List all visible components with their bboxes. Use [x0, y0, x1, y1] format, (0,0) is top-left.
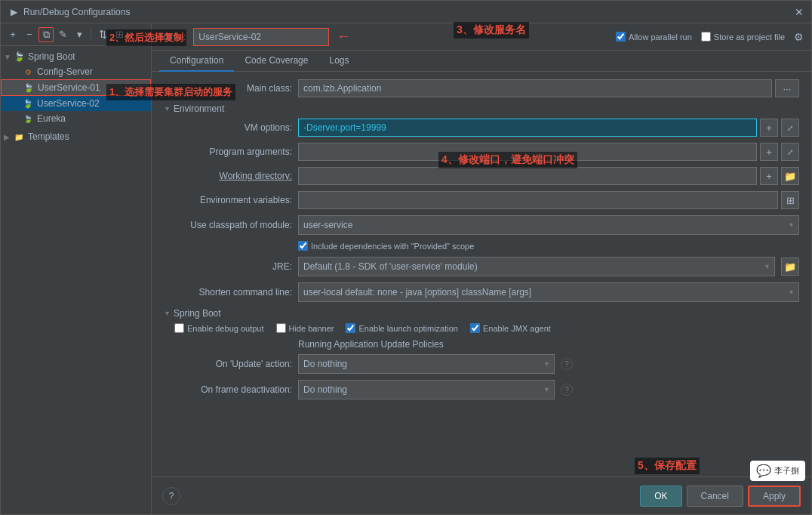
- program-args-label: Program arguments:: [164, 146, 292, 157]
- env-section-arrow: ▼: [164, 105, 171, 113]
- name-label: Name:: [159, 32, 186, 42]
- remove-config-button[interactable]: −: [22, 27, 37, 42]
- enable-jmx-checkbox[interactable]: [470, 323, 480, 333]
- env-vars-browse-button[interactable]: ⊞: [781, 191, 799, 209]
- enable-jmx-wrap: Enable JMX agent: [470, 323, 551, 333]
- include-deps-checkbox[interactable]: [298, 241, 308, 251]
- templates-icon: 📁: [13, 131, 25, 143]
- classpath-label: Use classpath of module:: [164, 220, 292, 230]
- vm-options-input[interactable]: [298, 119, 757, 137]
- working-dir-row: Working directory: + 📁: [164, 167, 799, 185]
- tree-item-userservice-01[interactable]: 🍃 UserService-01: [1, 79, 151, 96]
- shorten-cmd-select[interactable]: user-local default: none - java [options…: [298, 282, 799, 302]
- eureka-label: Eureka: [37, 113, 66, 124]
- working-dir-input[interactable]: [298, 167, 757, 185]
- enable-launch-label: Enable launch optimization: [358, 324, 457, 333]
- close-button[interactable]: ✕: [795, 7, 804, 17]
- include-deps-label: Include dependencies with "Provided" sco…: [311, 242, 474, 251]
- config-server-label: Config-Server: [37, 66, 93, 77]
- tree-springboot-group[interactable]: ▼ 🍃 Spring Boot: [1, 49, 151, 64]
- window-title: Run/Debug Configurations: [23, 7, 130, 17]
- dropdown-button[interactable]: ▾: [72, 27, 87, 42]
- update-action-help-icon[interactable]: ?: [561, 358, 573, 370]
- name-input[interactable]: [193, 28, 329, 46]
- tree-item-config-server[interactable]: ⚙ Config-Server: [1, 64, 151, 79]
- sort-button[interactable]: ⇅: [95, 27, 110, 42]
- policies-label: Running Application Update Policies: [298, 339, 799, 350]
- spring-section-arrow: ▼: [164, 310, 171, 317]
- jre-row: JRE: Default (1.8 - SDK of 'user-service…: [164, 257, 799, 276]
- allow-parallel-label: Allow parallel run: [629, 32, 692, 42]
- copy-config-button[interactable]: ⧉: [38, 27, 54, 42]
- shorten-cmd-row: Shorten command line: user-local default…: [164, 282, 799, 302]
- program-args-input[interactable]: [298, 143, 757, 161]
- config-content: Main class: ··· ▼ Environment VM options…: [152, 72, 811, 476]
- tree-arrow-springboot: ▼: [4, 53, 13, 61]
- cancel-button[interactable]: Cancel: [687, 486, 743, 507]
- window-icon: ▶: [8, 7, 19, 17]
- add-config-button[interactable]: +: [5, 27, 20, 42]
- store-as-project-checkbox[interactable]: [701, 32, 711, 42]
- toolbar-separator: [91, 29, 91, 41]
- eureka-icon: 🍃: [22, 113, 34, 125]
- include-deps-row: Include dependencies with "Provided" sco…: [164, 241, 799, 251]
- enable-launch-wrap: Enable launch optimization: [346, 323, 457, 333]
- tab-code-coverage[interactable]: Code Coverage: [234, 51, 318, 72]
- main-class-input[interactable]: [298, 79, 772, 97]
- templates-label: Templates: [28, 131, 69, 142]
- help-button[interactable]: ?: [162, 487, 180, 505]
- ok-button[interactable]: OK: [640, 486, 681, 507]
- hide-banner-label: Hide banner: [289, 324, 334, 333]
- title-bar: ▶ Run/Debug Configurations ✕: [1, 1, 811, 23]
- program-args-add-button[interactable]: +: [760, 143, 778, 161]
- frame-deact-help-icon[interactable]: ?: [561, 384, 573, 396]
- working-dir-browse-button[interactable]: 📁: [781, 167, 799, 185]
- env-vars-input[interactable]: [298, 191, 778, 209]
- allow-parallel-wrap: Allow parallel run: [616, 32, 692, 42]
- vm-options-add-button[interactable]: +: [760, 119, 778, 137]
- jre-select[interactable]: Default (1.8 - SDK of 'user-service' mod…: [298, 257, 775, 276]
- frame-deact-select[interactable]: Do nothing Update classes and resources …: [298, 380, 555, 399]
- classpath-select[interactable]: user-service: [298, 215, 799, 235]
- name-bar: Name: ← Allow parallel run Store as proj…: [152, 23, 811, 51]
- group-button[interactable]: ⊞: [112, 27, 127, 42]
- update-action-select[interactable]: Do nothing Update classes and resources …: [298, 354, 555, 374]
- springboot-icon: 🍃: [13, 51, 25, 63]
- spring-boot-section-header[interactable]: ▼ Spring Boot: [164, 308, 799, 319]
- enable-debug-label: Enable debug output: [187, 324, 264, 333]
- arrow-name: ←: [337, 29, 350, 45]
- hide-banner-wrap: Hide banner: [276, 323, 334, 333]
- update-action-label: On 'Update' action:: [174, 359, 292, 369]
- tree-area: ▼ 🍃 Spring Boot ⚙ Config-Server 🍃 UserSe…: [1, 46, 151, 514]
- allow-parallel-checkbox[interactable]: [616, 32, 626, 42]
- frame-deact-label: On frame deactivation:: [174, 384, 292, 395]
- environment-label: Environment: [174, 103, 224, 114]
- main-class-label: Main class:: [164, 83, 292, 94]
- right-panel: Name: ← Allow parallel run Store as proj…: [152, 23, 811, 514]
- spring-checkboxes-row: Enable debug output Hide banner Enable l…: [164, 323, 799, 333]
- environment-section-header[interactable]: ▼ Environment: [164, 103, 799, 114]
- tree-templates-group[interactable]: ▶ 📁 Templates: [1, 129, 151, 144]
- program-args-expand-button[interactable]: ⤢: [781, 143, 799, 161]
- vm-options-expand-button[interactable]: ⤢: [781, 119, 799, 137]
- enable-launch-checkbox[interactable]: [346, 323, 355, 333]
- name-options: Allow parallel run Store as project file…: [616, 31, 804, 43]
- move-config-button[interactable]: ✎: [55, 27, 70, 42]
- tree-arrow-templates: ▶: [4, 133, 13, 141]
- main-class-browse-button[interactable]: ···: [775, 79, 799, 97]
- jre-browse-button[interactable]: 📁: [781, 258, 799, 276]
- env-vars-row: Environment variables: ⊞: [164, 191, 799, 209]
- working-dir-add-button[interactable]: +: [760, 167, 778, 185]
- tab-logs[interactable]: Logs: [318, 51, 359, 72]
- apply-button[interactable]: Apply: [748, 486, 801, 507]
- tab-configuration[interactable]: Configuration: [159, 51, 234, 72]
- tree-item-userservice-02[interactable]: 🍃 UserService-02: [1, 96, 151, 111]
- enable-debug-checkbox[interactable]: [174, 323, 184, 333]
- store-as-project-label: Store as project file: [714, 32, 785, 42]
- tree-item-eureka[interactable]: 🍃 Eureka: [1, 111, 151, 126]
- settings-gear-button[interactable]: ⚙: [794, 31, 804, 43]
- action-buttons: OK Cancel Apply: [640, 486, 801, 507]
- frame-deact-row: On frame deactivation: Do nothing Update…: [164, 380, 799, 399]
- update-action-row: On 'Update' action: Do nothing Update cl…: [164, 354, 799, 374]
- hide-banner-checkbox[interactable]: [276, 323, 286, 333]
